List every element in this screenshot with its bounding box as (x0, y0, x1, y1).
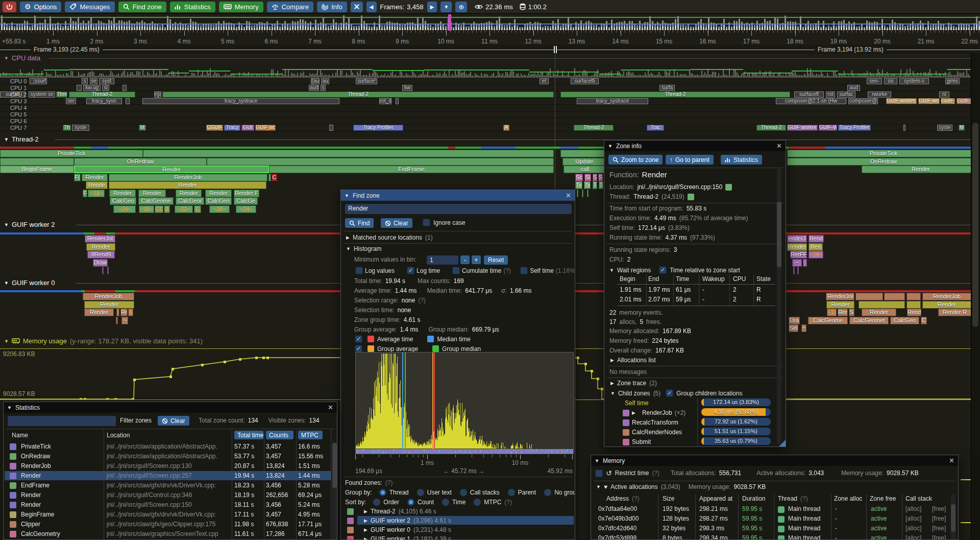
zone-bar[interactable] (577, 190, 578, 197)
column-header-name[interactable]: Name (12, 432, 28, 439)
expand-arrow-icon[interactable]: ▶ (610, 381, 614, 386)
alloc-callstack-link[interactable]: [alloc] (905, 534, 921, 540)
zone-info-window[interactable]: ▼ Zone info ✕ Zoom to zone ↑Go to parent… (604, 140, 786, 447)
wait-col-header[interactable]: Wakeup (702, 275, 725, 283)
child-zone-row[interactable]: RecalcTransform (611, 419, 678, 426)
cpu-zone[interactable]: au (321, 78, 329, 84)
zone-bar[interactable]: Render (109, 181, 266, 189)
allocation-row[interactable]: 0x7dfaa64e00192 bytes298.21 ms59.95 sMai… (591, 505, 959, 514)
close-icon[interactable]: ✕ (949, 457, 954, 464)
zone-bar[interactable]: S (593, 174, 597, 181)
cpu-zone[interactable]: GUIF-W (941, 98, 955, 104)
zone-bar[interactable]: PrivateTick (0, 150, 143, 157)
zone-bar[interactable]: Rer (838, 309, 848, 316)
memory-col-header[interactable]: Size (663, 495, 674, 502)
zone-bar[interactable]: Update (562, 158, 606, 166)
info-button[interactable]: Info (317, 2, 347, 12)
focus-frame-button[interactable]: ⊕ (455, 2, 467, 12)
zone-bar[interactable]: 5 (128, 309, 133, 316)
expand-arrow-icon[interactable]: ▶ (632, 410, 635, 415)
thread-section-header[interactable]: ▼Thread-2 (4, 135, 39, 143)
zone-bar[interactable]: F( (74, 174, 81, 181)
zone-bar[interactable]: Render (922, 301, 971, 309)
prev-frame-button[interactable]: ◀ (366, 2, 377, 12)
cpu-zone[interactable] (396, 98, 399, 104)
zone-bar[interactable]: ~ (792, 259, 802, 267)
memory-usage-section-header[interactable]: ▼ Memory usage (y-range: 178.27 KB, visi… (4, 337, 203, 345)
find-zone-button[interactable]: Find zone (118, 2, 166, 12)
zone-bar[interactable]: PrivateTick (787, 150, 980, 157)
zone-bar[interactable] (116, 317, 118, 324)
compare-button[interactable]: Compare (267, 2, 313, 12)
statistics-row[interactable]: PrivateTickjni/../jni/src/claw/applicati… (4, 443, 337, 452)
expand-arrow-icon[interactable]: ▶ (610, 358, 614, 363)
zone-bar[interactable]: Ty (575, 181, 582, 189)
zone-bar[interactable] (797, 267, 799, 274)
close-icon[interactable]: ✕ (328, 404, 333, 411)
radio-count[interactable] (407, 499, 414, 506)
zone-bar[interactable]: Render (787, 243, 807, 251)
memory-col-header[interactable]: Call stack (905, 495, 932, 502)
go-to-parent-button[interactable]: ↑Go to parent (666, 155, 714, 165)
tools-button[interactable] (351, 2, 363, 12)
zone-bar[interactable] (560, 150, 607, 157)
cpu-zone[interactable]: Thread-2 (756, 125, 786, 131)
time-relative-checkbox[interactable]: ✓ (659, 266, 667, 274)
cpu-zone[interactable]: si (102, 85, 109, 91)
zone-bar[interactable]: Render (176, 190, 202, 197)
zone-bar[interactable]: ~26~ (209, 205, 230, 213)
zone-bar[interactable]: T (593, 181, 597, 189)
cpu-zone[interactable]: aud (847, 85, 860, 91)
zone-bar[interactable]: ~19~ (808, 251, 823, 259)
cpu-zone[interactable] (903, 125, 905, 131)
zone-bar[interactable]: RerFF (790, 251, 807, 259)
zone-bar[interactable]: Render (907, 309, 921, 316)
histogram-plot[interactable] (355, 352, 574, 454)
zone-bar[interactable]: ~ (801, 324, 806, 332)
cpu-zone[interactable]: surfa (659, 85, 675, 91)
cpu-zone[interactable]: s (82, 78, 88, 84)
cpu-zone[interactable]: rot_d (379, 98, 391, 104)
cpu-zone[interactable] (77, 85, 82, 91)
zone-bar[interactable]: C (272, 174, 277, 181)
zone-bar[interactable] (207, 158, 554, 166)
zone-bar[interactable]: Render F (234, 190, 259, 197)
thread-section-header[interactable]: ▼GUIF worker 2 (4, 221, 55, 228)
min-bin-decrement-button[interactable]: - (460, 255, 470, 264)
cpu-zone[interactable]: syste (72, 125, 89, 131)
cpu-zone[interactable]: M (139, 125, 146, 131)
allocation-row[interactable]: 0x7e049b3d00128 bytes298.27 ms59.95 sMai… (591, 515, 959, 524)
find-zone-window[interactable]: ▼ Find zone ✕ Render Find Clear Ignore c… (340, 190, 575, 540)
memory-col-header[interactable]: Appeared at (699, 495, 732, 502)
found-zone-group-row[interactable]: ▶GUIF worker 0(3,231) 4.48 s (347, 526, 451, 533)
cpu-zone[interactable]: M (959, 125, 965, 131)
memory-col-header[interactable]: Zone free (870, 495, 896, 502)
cpu-zone[interactable]: kw.ug (83, 85, 101, 91)
zone-bar[interactable] (107, 267, 109, 274)
clear-button[interactable]: Clear (381, 218, 412, 228)
free-callstack-link[interactable]: [free] (932, 515, 946, 522)
allocations-list-row[interactable]: ▶Allocations list (610, 357, 656, 364)
wait-col-header[interactable]: CPU (733, 275, 746, 283)
close-icon[interactable]: ✕ (776, 142, 782, 150)
zone-bar[interactable]: Render (862, 166, 980, 173)
zone-bar[interactable]: Render (109, 190, 136, 197)
zone-bar[interactable] (859, 301, 905, 309)
zone-bar[interactable]: CalcGeome (808, 317, 848, 324)
zone-bar[interactable]: CalcGeo (205, 197, 232, 205)
cpu-zone[interactable]: Thread-2 (574, 125, 614, 131)
memory-col-header[interactable]: Address(?) (606, 495, 640, 502)
statistics-row[interactable]: EndFramejni/../jni/src/claw/gfx/drv/vk/D… (4, 482, 337, 491)
cpu-zone[interactable]: Tracy (224, 125, 240, 131)
zone-bar[interactable]: RenderJol (85, 235, 115, 243)
child-time-bar[interactable]: 72.92 us (1.62%) (701, 418, 771, 426)
zone-bar[interactable]: Render (826, 301, 854, 309)
statistics-row[interactable]: CalcGeometryjni/../jni/src/claw/graphics… (4, 530, 337, 539)
free-callstack-link[interactable]: [free] (932, 534, 946, 540)
cpu-zone[interactable]: GUIF worker 2 (787, 125, 818, 131)
cpu-zone[interactable]: s (321, 85, 326, 91)
cpu-zone[interactable]: nl (939, 91, 949, 98)
wait-regions-header[interactable]: ▼Wait regions✓Time relative to zone star… (609, 266, 740, 274)
cpu-zone[interactable]: et (540, 78, 549, 84)
frame-overview-strip[interactable] (0, 14, 980, 31)
